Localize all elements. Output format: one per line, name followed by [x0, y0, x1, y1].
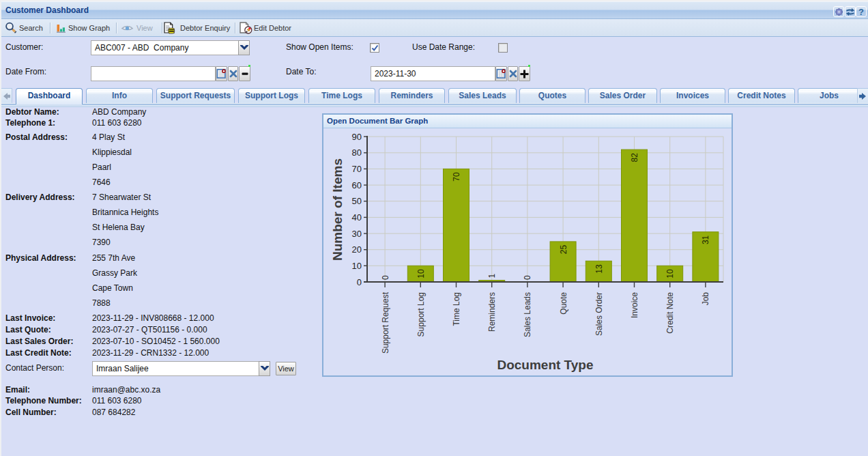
svg-text:60: 60	[352, 180, 362, 190]
svg-text:10: 10	[665, 269, 675, 279]
svg-text:0: 0	[357, 277, 362, 287]
svg-text:82: 82	[630, 153, 639, 162]
svg-text:Sales Leads: Sales Leads	[523, 292, 532, 337]
svg-text:10: 10	[352, 261, 362, 271]
svg-text:80: 80	[352, 147, 362, 158]
svg-text:31: 31	[701, 235, 710, 244]
svg-text:20: 20	[352, 244, 362, 255]
svg-text:0: 0	[381, 275, 390, 280]
svg-text:25: 25	[559, 245, 568, 255]
svg-text:50: 50	[352, 196, 362, 206]
svg-text:90: 90	[352, 132, 362, 142]
svg-text:70: 70	[452, 172, 461, 182]
svg-text:70: 70	[352, 164, 362, 174]
svg-text:40: 40	[352, 212, 362, 223]
svg-text:1: 1	[487, 274, 497, 279]
svg-text:13: 13	[594, 264, 604, 274]
svg-text:Invoice: Invoice	[630, 292, 639, 318]
svg-text:Document Type: Document Type	[497, 358, 593, 372]
svg-text:0: 0	[523, 275, 532, 280]
svg-text:Time Log: Time Log	[452, 292, 461, 326]
svg-text:30: 30	[352, 229, 362, 239]
svg-text:Number of Items: Number of Items	[330, 158, 345, 261]
svg-text:Credit Note: Credit Note	[665, 292, 675, 334]
svg-text:Support Request: Support Request	[381, 291, 390, 354]
svg-text:Quote: Quote	[559, 292, 568, 315]
svg-text:10: 10	[416, 269, 426, 279]
svg-text:Sales Order: Sales Order	[594, 292, 604, 336]
svg-text:Support Log: Support Log	[416, 292, 426, 337]
svg-text:Reminders: Reminders	[487, 292, 497, 332]
svg-text:Job: Job	[701, 292, 710, 306]
